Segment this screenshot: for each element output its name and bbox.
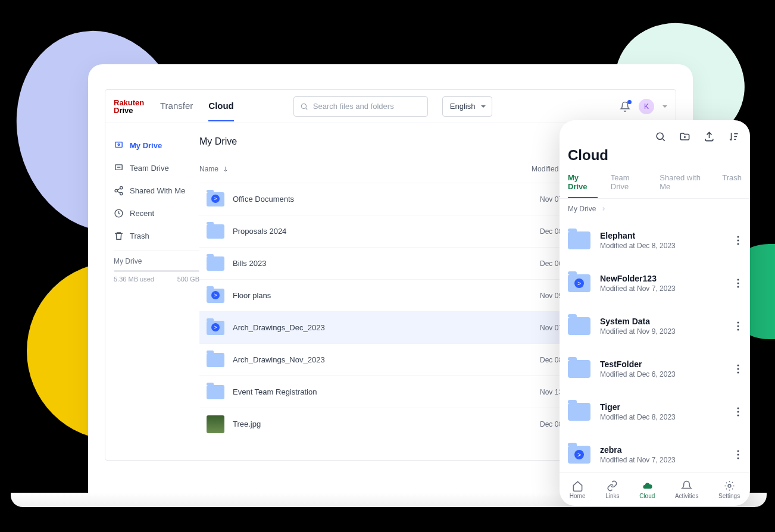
logo-rest: rive bbox=[119, 106, 133, 115]
sidebar-item-label: My Drive bbox=[130, 141, 162, 150]
svg-point-21 bbox=[738, 329, 739, 331]
nav-settings[interactable]: Settings bbox=[718, 480, 740, 499]
sidebar-item-mydrive[interactable]: My Drive bbox=[114, 134, 199, 157]
cloud-icon bbox=[642, 480, 653, 492]
nav-label: Links bbox=[605, 493, 619, 499]
more-button[interactable] bbox=[732, 274, 744, 293]
image-thumbnail bbox=[207, 415, 224, 433]
chevron-down-icon[interactable] bbox=[662, 105, 667, 110]
more-button[interactable] bbox=[732, 231, 744, 250]
phone-nav: Home Links Cloud Activities Settings bbox=[560, 472, 750, 506]
storage-widget: My Drive 5.36 MB used500 GB bbox=[114, 251, 199, 283]
phone-file-list: ElephantModified at Dec 8, 2023NewFolder… bbox=[560, 219, 750, 472]
phone-file-row[interactable]: TestFolderModified at Dec 6, 2023 bbox=[560, 348, 750, 390]
sidebar-item-recent[interactable]: Recent bbox=[114, 202, 199, 224]
sort-arrow-icon bbox=[222, 165, 229, 173]
svg-point-2 bbox=[118, 143, 120, 145]
clock-icon bbox=[114, 208, 124, 218]
file-name: TestFolder bbox=[600, 359, 732, 369]
file-name: Tree.jpg bbox=[233, 420, 540, 428]
phone-file-row[interactable]: System DataModified at Nov 9, 2023 bbox=[560, 305, 750, 348]
sidebar-item-teamdrive[interactable]: Team Drive bbox=[114, 157, 199, 179]
bell-icon bbox=[681, 480, 692, 492]
notification-dot bbox=[627, 100, 632, 104]
file-name: zebra bbox=[600, 445, 732, 455]
sidebar-item-label: Team Drive bbox=[130, 164, 169, 173]
more-button[interactable] bbox=[732, 359, 744, 378]
phone-file-row[interactable]: zebraModified at Nov 7, 2023 bbox=[560, 433, 750, 472]
new-folder-icon[interactable] bbox=[679, 131, 690, 142]
svg-point-15 bbox=[738, 243, 739, 245]
folder-icon bbox=[207, 256, 224, 271]
phone-file-row[interactable]: TigerModified at Dec 8, 2023 bbox=[560, 390, 750, 433]
search-icon[interactable] bbox=[655, 131, 666, 142]
folder-icon bbox=[568, 360, 590, 378]
nav-activities[interactable]: Activities bbox=[675, 480, 698, 499]
sidebar-item-trash[interactable]: Trash bbox=[114, 224, 199, 247]
nav-label: Home bbox=[570, 493, 586, 499]
folder-icon bbox=[568, 231, 590, 249]
language-select[interactable]: English bbox=[442, 96, 493, 117]
topbar: Rakuten Drive Transfer Cloud Search file… bbox=[105, 90, 676, 123]
team-icon bbox=[114, 163, 124, 173]
file-name: Tiger bbox=[600, 402, 732, 412]
sort-icon[interactable] bbox=[728, 131, 739, 142]
folder-icon bbox=[568, 274, 590, 292]
storage-bar bbox=[114, 270, 199, 272]
notification-button[interactable] bbox=[620, 101, 630, 112]
logo[interactable]: Rakuten Drive bbox=[114, 99, 147, 114]
tab-trash[interactable]: Trash bbox=[722, 170, 742, 198]
file-name: Arch_Drawings_Nov_2023 bbox=[233, 355, 540, 364]
svg-point-17 bbox=[738, 283, 739, 284]
file-meta: Modified at Dec 8, 2023 bbox=[600, 413, 732, 421]
svg-point-25 bbox=[738, 408, 739, 409]
svg-point-19 bbox=[738, 322, 739, 324]
sidebar-item-label: Recent bbox=[130, 209, 154, 218]
svg-point-6 bbox=[120, 192, 123, 195]
file-name: System Data bbox=[600, 317, 732, 326]
svg-point-0 bbox=[301, 104, 306, 108]
tab-transfer[interactable]: Transfer bbox=[160, 91, 193, 121]
tab-mydrive[interactable]: My Drive bbox=[568, 170, 598, 198]
home-icon bbox=[572, 480, 583, 492]
column-name[interactable]: Name bbox=[199, 165, 532, 173]
folder-icon bbox=[207, 289, 224, 303]
avatar[interactable]: K bbox=[639, 99, 654, 114]
svg-point-30 bbox=[738, 458, 739, 459]
more-button[interactable] bbox=[732, 317, 744, 336]
sidebar-item-label: Trash bbox=[130, 231, 149, 240]
file-meta: Modified at Nov 7, 2023 bbox=[600, 456, 732, 464]
sidebar-item-label: Shared With Me bbox=[130, 186, 185, 195]
trash-icon bbox=[114, 231, 124, 241]
svg-point-23 bbox=[738, 368, 739, 370]
phone-toolbar bbox=[560, 120, 750, 147]
file-meta: Modified at Dec 6, 2023 bbox=[600, 370, 732, 378]
svg-rect-1 bbox=[115, 142, 122, 147]
breadcrumb[interactable]: My Drive bbox=[560, 199, 750, 219]
phone-tabs: My Drive Team Drive Shared with Me Trash bbox=[560, 170, 750, 199]
svg-point-27 bbox=[738, 415, 739, 417]
svg-point-24 bbox=[738, 372, 739, 374]
phone-file-row[interactable]: NewFolder123Modified at Nov 7, 2023 bbox=[560, 262, 750, 305]
storage-used: 5.36 MB used bbox=[114, 276, 154, 283]
tab-shared[interactable]: Shared with Me bbox=[660, 170, 709, 198]
svg-point-29 bbox=[738, 454, 739, 456]
nav-home[interactable]: Home bbox=[570, 480, 586, 499]
phone-file-row[interactable]: ElephantModified at Dec 8, 2023 bbox=[560, 219, 750, 262]
sidebar-item-shared[interactable]: Shared With Me bbox=[114, 179, 199, 202]
file-name: Event Team Registration bbox=[233, 387, 540, 396]
upload-icon[interactable] bbox=[704, 131, 715, 142]
file-meta: Modified at Dec 8, 2023 bbox=[600, 242, 732, 250]
phone-frame: Cloud My Drive Team Drive Shared with Me… bbox=[560, 120, 750, 506]
nav-cloud[interactable]: Cloud bbox=[639, 480, 655, 499]
more-button[interactable] bbox=[732, 402, 744, 421]
sidebar: My Drive Team Drive Shared With Me Recen… bbox=[105, 123, 199, 460]
more-button[interactable] bbox=[732, 445, 744, 464]
tab-cloud[interactable]: Cloud bbox=[208, 91, 234, 121]
search-input[interactable]: Search files and folders bbox=[293, 96, 428, 117]
svg-point-18 bbox=[738, 286, 739, 288]
tab-teamdrive[interactable]: Team Drive bbox=[611, 170, 646, 198]
svg-point-26 bbox=[738, 411, 739, 413]
file-name: Office Documents bbox=[233, 195, 540, 204]
nav-links[interactable]: Links bbox=[605, 480, 619, 499]
